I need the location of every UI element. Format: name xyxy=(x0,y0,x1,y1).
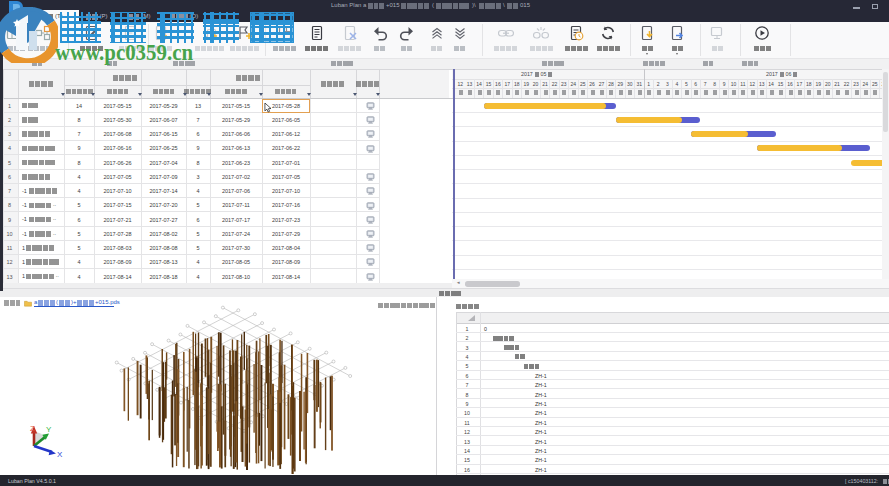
svg-text:Y: Y xyxy=(46,425,52,434)
svg-text:X: X xyxy=(57,450,63,459)
svg-text:Z: Z xyxy=(30,424,35,433)
